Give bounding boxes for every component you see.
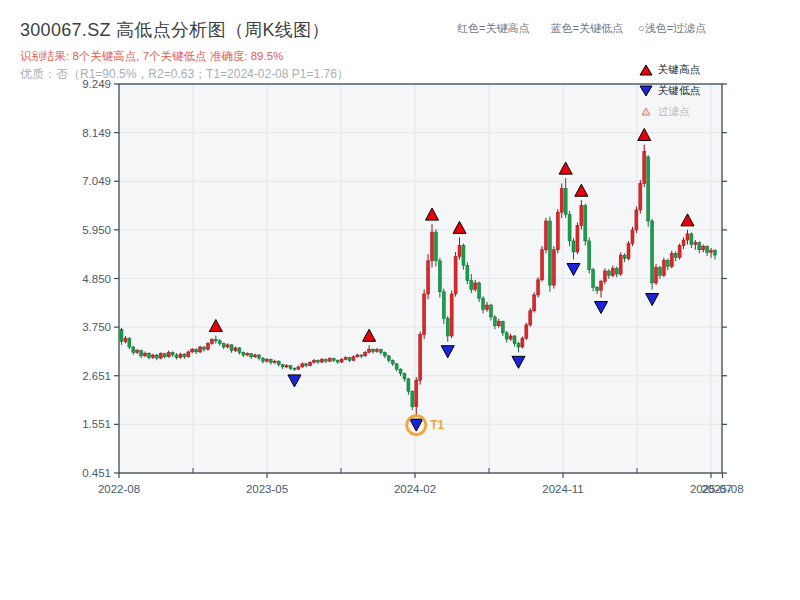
- candle-down: [615, 268, 618, 274]
- candle-up: [486, 305, 489, 309]
- candle-down: [588, 241, 591, 270]
- candle-down: [548, 221, 551, 285]
- candle-down: [501, 321, 504, 332]
- candle-up: [450, 294, 453, 336]
- candle-down: [446, 318, 449, 336]
- candle-up: [124, 338, 127, 342]
- candle-down: [666, 260, 669, 266]
- legend-filter-point-label: 过滤点: [658, 106, 690, 117]
- legend-entry-key-low: 关键低点: [638, 80, 700, 101]
- candle-up: [415, 380, 418, 407]
- candle-up: [423, 294, 426, 335]
- candle-up: [309, 363, 312, 366]
- x-tick-label: 2022-08: [98, 483, 140, 495]
- y-tick-label: 8.149: [82, 127, 111, 139]
- candle-down: [155, 355, 158, 358]
- candle-up: [191, 349, 194, 352]
- candle-up: [297, 367, 300, 369]
- candle-up: [509, 336, 512, 339]
- candle-down: [218, 341, 221, 344]
- candle-down: [261, 358, 264, 361]
- candle-up: [678, 245, 681, 257]
- candle-down: [411, 391, 414, 406]
- candle-down: [383, 352, 386, 356]
- candle-down: [324, 359, 327, 361]
- candle-up: [206, 343, 209, 349]
- candle-up: [254, 355, 257, 357]
- candle-up: [328, 359, 331, 362]
- candle-down: [387, 356, 390, 360]
- candle-down: [222, 343, 225, 347]
- candle-down: [332, 359, 335, 361]
- candle-up: [694, 243, 697, 245]
- candle-up: [265, 359, 268, 361]
- candle-up: [576, 225, 579, 252]
- candle-down: [277, 361, 280, 365]
- y-tick-label: 4.850: [82, 273, 111, 285]
- candle-up: [702, 246, 705, 250]
- candle-up: [600, 282, 603, 291]
- x-tick-label: 2025-08: [701, 483, 743, 495]
- candle-down: [348, 358, 351, 361]
- candle-down: [647, 157, 650, 221]
- candle-down: [564, 189, 567, 215]
- candle-up: [454, 256, 457, 294]
- candle-down: [466, 265, 469, 280]
- candle-up: [682, 240, 685, 245]
- candle-down: [517, 343, 520, 347]
- key-high-triangle-icon: [638, 64, 653, 76]
- x-tick-label: 2024-02: [394, 483, 436, 495]
- candle-down: [230, 345, 233, 351]
- candle-up: [635, 210, 638, 230]
- candle-down: [293, 368, 296, 369]
- candle-up: [199, 347, 202, 352]
- candle-up: [187, 352, 190, 357]
- y-tick-label: 0.451: [82, 467, 111, 479]
- key-low-triangle-icon: [638, 85, 653, 97]
- candle-down: [336, 360, 339, 362]
- candle-up: [474, 283, 477, 290]
- filter-point-triangle-icon: [638, 107, 653, 116]
- candle-up: [419, 335, 422, 381]
- candle-up: [525, 325, 528, 338]
- candle-down: [690, 234, 693, 245]
- candle-up: [710, 251, 713, 253]
- candle-down: [281, 365, 284, 367]
- legend-key-high-label: 关键高点: [658, 64, 700, 75]
- candle-up: [552, 250, 555, 285]
- candle-down: [442, 292, 445, 319]
- chart-legend-box: 关键高点 关键低点 过滤点: [638, 59, 700, 122]
- candle-up: [643, 152, 646, 184]
- candle-up: [521, 338, 524, 347]
- t1-label: T1: [430, 418, 444, 432]
- candle-down: [607, 271, 610, 275]
- candle-down: [238, 348, 241, 352]
- candle-up: [458, 245, 461, 256]
- candle-down: [372, 349, 375, 351]
- y-tick-label: 1.551: [82, 418, 111, 430]
- candle-down: [395, 364, 398, 369]
- candle-down: [175, 355, 178, 358]
- candle-up: [167, 352, 170, 356]
- color-key-filter: ○浅色=过滤点: [638, 22, 706, 34]
- color-key-high: 红色=关键高点: [457, 22, 529, 34]
- candle-down: [434, 232, 437, 261]
- candle-down: [360, 355, 363, 356]
- candle-up: [301, 364, 304, 367]
- candle-down: [714, 251, 717, 255]
- y-tick-label: 2.651: [82, 370, 111, 382]
- x-tick-label: 2023-05: [246, 483, 288, 495]
- page-title: 300067.SZ 高低点分析图（周K线图）: [20, 18, 330, 42]
- candle-down: [203, 347, 206, 349]
- candle-up: [619, 255, 622, 274]
- candle-up: [686, 234, 689, 240]
- candle-up: [529, 311, 532, 325]
- candle-up: [631, 230, 634, 244]
- candle-down: [391, 360, 394, 364]
- candle-up: [136, 351, 139, 353]
- candle-up: [560, 189, 563, 212]
- candle-down: [289, 366, 292, 369]
- candle-up: [375, 350, 378, 352]
- candle-down: [399, 369, 402, 373]
- quality-line: 优质：否（R1=90.5%，R2=0.63；T1=2024-02-08 P1=1…: [20, 66, 349, 83]
